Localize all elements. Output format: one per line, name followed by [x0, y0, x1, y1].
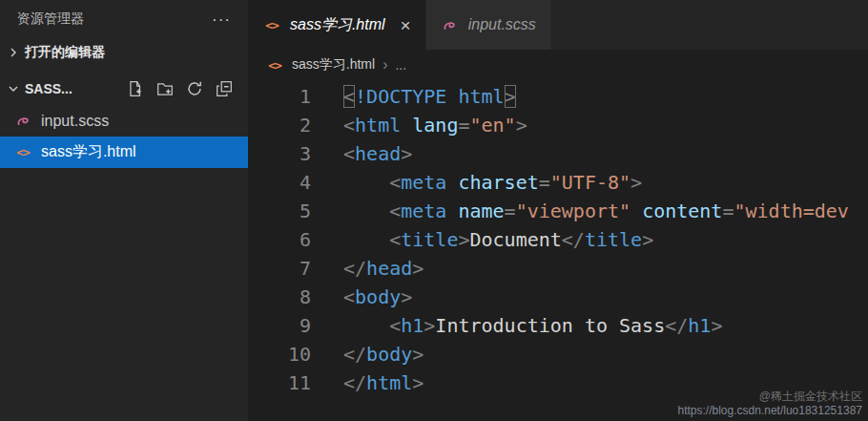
new-file-icon[interactable] [127, 80, 144, 97]
code-text: <meta charset="UTF-8"> [311, 168, 642, 197]
sass-file-icon [441, 17, 460, 33]
vscode-window: 资源管理器 ··· 打开的编辑器 SASS... [0, 0, 868, 421]
tab-label: sass学习.html [290, 15, 385, 35]
workspace-section[interactable]: SASS... [0, 73, 248, 105]
line-number: 9 [248, 311, 311, 340]
code-line[interactable]: 4 <meta charset="UTF-8"> [248, 168, 868, 197]
file-name: sass学习.html [41, 142, 136, 162]
code-line[interactable]: 2<html lang="en"> [248, 111, 868, 139]
line-number: 4 [248, 168, 311, 197]
code-line[interactable]: 3<head> [248, 139, 868, 168]
collapse-all-icon[interactable] [216, 80, 233, 97]
line-number: 2 [248, 111, 311, 139]
code-text: <body> [311, 283, 412, 311]
tab-label: input.scss [468, 16, 536, 33]
line-number: 8 [248, 283, 311, 311]
chevron-right-icon [6, 45, 21, 60]
code-text: <meta name="viewport" content="width=dev [311, 197, 849, 225]
breadcrumb[interactable]: <> sass学习.html › ... [248, 50, 868, 80]
editor-group: <> sass学习.html × input.scss <> sass学习.ht… [248, 0, 868, 421]
line-number: 5 [248, 197, 311, 225]
new-folder-icon[interactable] [156, 80, 174, 97]
html-file-icon: <> [13, 145, 32, 159]
line-number: 3 [248, 139, 311, 168]
breadcrumb-separator-icon: › [382, 57, 387, 73]
line-number: 10 [248, 340, 311, 368]
code-area[interactable]: 1<!DOCTYPE html>2<html lang="en">3<head>… [248, 80, 868, 421]
code-line[interactable]: 7</head> [248, 254, 868, 283]
code-line[interactable]: 8<body> [248, 283, 868, 311]
code-text: <h1>Introduction to Sass</h1> [311, 311, 722, 340]
workspace-actions [127, 80, 248, 97]
line-number: 1 [248, 82, 311, 111]
html-file-icon: <> [262, 18, 281, 32]
code-line[interactable]: 10</body> [248, 340, 868, 368]
explorer-title: 资源管理器 [17, 11, 84, 28]
close-tab-icon[interactable]: × [401, 16, 411, 34]
code-text: <html lang="en"> [311, 111, 527, 139]
code-line[interactable]: 11</html> [248, 368, 868, 397]
line-number: 11 [248, 368, 311, 397]
code-line[interactable]: 6 <title>Document</title> [248, 225, 868, 254]
explorer-header: 资源管理器 ··· [0, 0, 248, 38]
code-line[interactable]: 5 <meta name="viewport" content="width=d… [248, 197, 868, 225]
sass-file-icon [13, 113, 32, 129]
tab-sass-learn-html[interactable]: <> sass学习.html × [248, 0, 425, 50]
file-item-input-scss[interactable]: input.scss [0, 105, 248, 137]
breadcrumb-more[interactable]: ... [395, 57, 406, 73]
html-file-icon: <> [265, 58, 284, 73]
code-text: </html> [311, 368, 424, 397]
line-number: 7 [248, 254, 311, 283]
breadcrumb-file[interactable]: sass学习.html [292, 56, 375, 74]
workspace-label: SASS... [25, 81, 72, 96]
file-name: input.scss [41, 113, 109, 130]
code-line[interactable]: 9 <h1>Introduction to Sass</h1> [248, 311, 868, 340]
code-text: </head> [311, 254, 424, 283]
chevron-down-icon [6, 81, 21, 96]
line-number: 6 [248, 225, 311, 254]
refresh-icon[interactable] [186, 80, 203, 97]
explorer-sidebar: 资源管理器 ··· 打开的编辑器 SASS... [0, 0, 248, 421]
code-text: <head> [311, 139, 412, 168]
code-text: </body> [311, 340, 424, 368]
code-text: <!DOCTYPE html> [311, 82, 516, 111]
file-item-sass-html[interactable]: <> sass学习.html [0, 137, 248, 168]
more-actions-icon[interactable]: ··· [212, 11, 231, 28]
tab-input-scss[interactable]: input.scss [426, 0, 550, 50]
open-editors-label: 打开的编辑器 [25, 44, 105, 61]
code-line[interactable]: 1<!DOCTYPE html> [248, 82, 868, 111]
open-editors-section[interactable]: 打开的编辑器 [0, 38, 248, 67]
code-text: <title>Document</title> [311, 225, 653, 254]
tab-bar: <> sass学习.html × input.scss [248, 0, 868, 50]
